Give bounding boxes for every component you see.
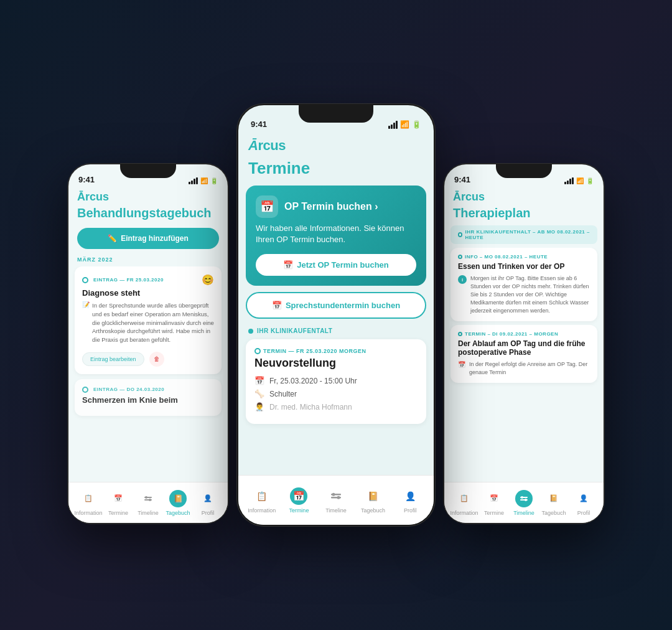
entry-dot-1 (82, 277, 88, 283)
tab-profil-right[interactable]: 👤 Profil (569, 490, 599, 516)
add-entry-label: Eintrag hinzufügen (121, 234, 189, 243)
add-entry-button[interactable]: ✏️ Eintrag hinzufügen (77, 228, 219, 249)
therapie-title-1: Essen und Trinken vor der OP (458, 262, 590, 271)
status-time-left: 9:41 (78, 175, 95, 184)
svg-point-11 (525, 499, 527, 501)
tab-profil-label-right: Profil (577, 510, 590, 516)
tab-timeline-left[interactable]: Timeline (133, 490, 163, 516)
therapie-title-2: Der Ablauf am OP Tag und die frühe posto… (458, 339, 590, 357)
tab-information-left[interactable]: 📋 Information (73, 490, 103, 516)
entry-title-1: Diagnose steht (82, 288, 214, 298)
tab-termine-icon-left: 📅 (110, 490, 127, 507)
signal-icon-left (189, 177, 198, 184)
wifi-icon-left: 📶 (200, 177, 208, 184)
battery-icon-right: 🔋 (586, 177, 594, 184)
op-card-title: OP Termin buchen › (284, 201, 378, 212)
battery-icon-left: 🔋 (210, 177, 218, 184)
page-title-left: Behandlungstagebuch (68, 205, 228, 225)
tab-timeline-icon-center (327, 487, 345, 505)
tab-info-icon-right: 📋 (455, 490, 473, 507)
tab-profil-label-left: Profil (202, 510, 215, 516)
entry-actions-1: Eintrag bearbeiten 🗑 (82, 352, 214, 367)
arcus-logo-left: Ārcus (68, 187, 228, 205)
op-card-body: Wir haben alle Informationen. Sie können… (256, 223, 416, 245)
timeline-dot (458, 232, 462, 237)
tab-termine-label-right: Termine (484, 510, 504, 516)
entry-title-2: Schmerzen im Knie beim (82, 395, 214, 405)
tab-profil-icon-left: 👤 (199, 490, 217, 507)
tab-information-center[interactable]: 📋 Information (243, 487, 281, 514)
book-op-label: Jetzt OP Termin buchen (297, 260, 389, 270)
tab-info-label-right: Information (450, 510, 478, 516)
svg-point-10 (521, 496, 523, 499)
therapie-dot-1 (458, 255, 462, 259)
arcus-logo-center: Ārcus (238, 133, 434, 156)
tab-info-label-center: Information (248, 507, 276, 514)
tab-timeline-label-center: Timeline (325, 507, 347, 514)
therapie-text-2: In der Regel erfolgt die Anreise am OP T… (469, 360, 590, 377)
tab-termine-icon-right: 📅 (485, 490, 503, 507)
tab-timeline-icon-left (139, 490, 157, 507)
tab-tagebuch-left[interactable]: 📔 Tagebuch (163, 490, 193, 516)
tab-timeline-center[interactable]: Timeline (317, 487, 355, 514)
book-op-button[interactable]: 📅 Jetzt OP Termin buchen (256, 254, 416, 276)
tab-timeline-icon-right (515, 490, 533, 507)
tab-profil-label-center: Profil (404, 507, 417, 514)
status-time-right: 9:41 (454, 175, 470, 184)
tab-tagebuch-right[interactable]: 📔 Tagebuch (539, 490, 569, 516)
op-booking-card: 📅 OP Termin buchen › Wir haben alle Info… (246, 186, 426, 286)
signal-icon-center (388, 121, 398, 129)
tab-tagebuch-center[interactable]: 📔 Tagebuch (355, 487, 392, 514)
tab-tagebuch-label-right: Tagebuch (541, 510, 566, 516)
therapie-meta-2: TERMIN – DI 09.02.2021 – MORGEN (458, 331, 590, 337)
sprechstunde-button[interactable]: 📅 Sprechstundentermin buchen (246, 292, 426, 319)
center-scroll-content: 📅 OP Termin buchen › Wir haben alle Info… (238, 186, 434, 475)
arcus-symbol-left: Ā (77, 190, 85, 203)
tab-termine-right[interactable]: 📅 Termine (479, 490, 509, 516)
right-scroll-content: INFO – MO 08.02.2021 – HEUTE Essen und T… (444, 248, 604, 482)
entry-text-1: In der Sprechstunde wurde alles übergepr… (92, 301, 214, 344)
section-dot-center (248, 329, 253, 334)
entry-card-2: EINTRAG — DO 24.03.2020 Schmerzen im Kni… (75, 379, 222, 416)
tab-timeline-label-right: Timeline (513, 510, 534, 516)
tab-tagebuch-label-left: Tagebuch (166, 510, 190, 516)
tab-termine-left[interactable]: 📅 Termine (103, 490, 133, 516)
page-title-center: Termine (238, 156, 434, 186)
therapie-dot-2 (458, 332, 462, 336)
therapie-text-1: Morgen ist ihr OP Tag. Bitte Essen sie a… (470, 275, 590, 315)
tab-termine-label-left: Termine (108, 510, 128, 516)
tab-bar-right: 📋 Information 📅 Termine Timeline (444, 482, 604, 523)
arcus-symbol-center: Ā (248, 138, 258, 153)
termin-date-row: 📅 Fr, 25.03.2020 - 15:00 Uhr (254, 376, 418, 385)
timeline-section-header: IHR KLINIKAUFENTHALT – AB MO 08.02.2021 … (450, 225, 597, 244)
arcus-logo-right: Ārcus (444, 187, 604, 205)
body-icon: 🦴 (254, 389, 264, 398)
edit-entry-button[interactable]: Eintrag bearbeiten (82, 352, 144, 366)
therapie-detail-2: 📅 In der Regel erfolgt die Anreise am OP… (458, 360, 590, 377)
tab-bar-center: 📋 Information 📅 Termine Timeline (238, 475, 434, 525)
tab-profil-left[interactable]: 👤 Profil (193, 490, 223, 516)
tab-termine-center[interactable]: 📅 Termine (281, 487, 318, 514)
therapie-detail-1: i Morgen ist ihr OP Tag. Bitte Essen sie… (458, 275, 590, 315)
info-icon-1: i (458, 275, 467, 284)
status-icons-left: 📶 🔋 (189, 177, 218, 184)
doctor-icon: 👨‍⚕️ (254, 402, 264, 411)
therapie-card-2: TERMIN – DI 09.02.2021 – MORGEN Der Abla… (450, 325, 597, 383)
svg-point-7 (337, 496, 340, 499)
tab-profil-center[interactable]: 👤 Profil (391, 487, 429, 514)
svg-point-2 (145, 496, 147, 499)
tab-timeline-right[interactable]: Timeline (509, 490, 539, 516)
wifi-icon-right: 📶 (576, 177, 584, 184)
pencil-icon: ✏️ (108, 234, 117, 243)
page-title-right: Therapieplan (444, 205, 604, 225)
tab-termine-label-center: Termine (289, 507, 309, 514)
entry-label-2: EINTRAG — DO 24.03.2020 (82, 387, 214, 393)
section-label-center: IHR KLINIKAUFENTALT (238, 327, 434, 339)
arcus-symbol-right: Ā (453, 190, 461, 203)
termin-doctor: Dr. med. Micha Hofmann (269, 403, 352, 411)
tab-information-right[interactable]: 📋 Information (449, 490, 479, 516)
delete-entry-button[interactable]: 🗑 (149, 352, 164, 367)
calendar-small-icon: 📅 (283, 260, 293, 270)
tab-tagebuch-label-center: Tagebuch (361, 507, 385, 514)
svg-point-3 (149, 499, 151, 501)
